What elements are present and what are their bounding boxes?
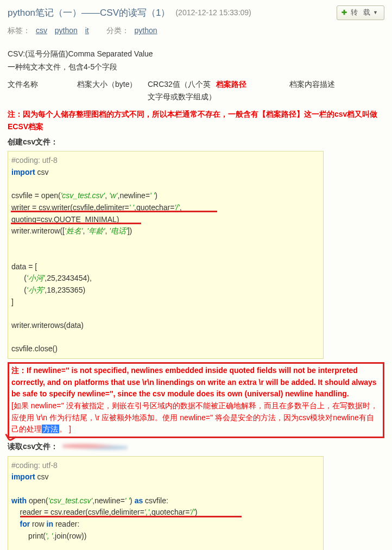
- code-block-read: #coding: utf-8 import csv with open('csv…: [8, 456, 324, 550]
- red-underline-icon: [20, 516, 242, 517]
- plus-icon: ✚: [342, 8, 349, 18]
- field-columns: 文件名称 档案大小（byte） CRC32值（八个英文字母或数字组成） 档案路径…: [8, 78, 384, 103]
- tag-python[interactable]: python: [55, 26, 78, 35]
- category-label: 分类：: [106, 26, 129, 35]
- code-line: #coding: utf-8: [11, 155, 320, 167]
- code-line: with open('csv_test.csv',newline=' ') as…: [11, 495, 320, 507]
- code-line: writer.writerow(['姓名', '年龄', '电话']): [11, 225, 320, 237]
- red-underline-icon: [11, 223, 141, 224]
- intro-line-2: 一种纯文本文件，包含4-5个字段: [8, 61, 384, 73]
- code-line: print(', '.join(row)): [11, 530, 320, 542]
- col-filename: 文件名称: [8, 78, 77, 103]
- code-line: data = [: [11, 261, 320, 273]
- category-link[interactable]: python: [135, 26, 157, 35]
- intro-line-1: CSV:(逗号分隔值)Comma Separated Value: [8, 48, 384, 60]
- post-date: (2012-12-12 15:33:09): [175, 7, 337, 18]
- code-line: ]: [11, 296, 320, 308]
- col-crc32: CRC32值（八个英文字母或数字组成）: [148, 78, 216, 103]
- redaction-smudge-icon: [62, 443, 128, 451]
- newline-note: 注：If newline='' is not specified, newlin…: [8, 362, 384, 438]
- repost-label: 转 载: [351, 7, 372, 18]
- tag-csv[interactable]: csv: [36, 26, 47, 35]
- code-line: #coding: utf-8: [11, 460, 320, 472]
- col-path: 档案路径: [216, 78, 289, 103]
- code-line: import csv: [11, 167, 320, 179]
- red-underline-icon: [11, 211, 217, 212]
- code-line: ('小河',25,2343454),: [11, 273, 320, 285]
- code-line: ('小芳',18,235365): [11, 285, 320, 296]
- section-create: 创建csv文件：: [8, 136, 384, 148]
- code-line: csvfile = open('csv_test.csv', 'w',newli…: [11, 190, 320, 202]
- section-read: 读取csv文件：: [8, 440, 384, 452]
- repost-button[interactable]: ✚ 转 载 ▼: [337, 5, 384, 20]
- code-line: for row in reader:: [11, 519, 320, 530]
- dropdown-arrow-icon: ▼: [373, 9, 380, 16]
- tags-label: 标签：: [8, 26, 30, 35]
- code-line: import csv: [11, 471, 320, 483]
- code-line: csvfile.close(): [11, 343, 320, 355]
- code-line: writer.writerows(data): [11, 320, 320, 332]
- note-english: 注：If newline='' is not specified, newlin…: [11, 366, 377, 398]
- tag-it[interactable]: it: [85, 26, 89, 35]
- code-block-create: #coding: utf-8 import csv csvfile = open…: [8, 151, 324, 359]
- col-filesize: 档案大小（byte）: [77, 78, 148, 103]
- note-chinese: [如果 newline='' 没有被指定，则嵌在引号区域内的数据不能被正确地解释…: [11, 401, 378, 433]
- warning-note: 注：因为每个人储存整理图档的方式不同，所以本栏通常不存在，一般含有【档案路径】这…: [8, 108, 384, 132]
- meta-row: 标签： csv python it 分类： python: [8, 24, 384, 36]
- highlighted-word: 方法: [42, 425, 59, 433]
- col-desc: 档案内容描述: [289, 78, 335, 103]
- page-title: python笔记（一）——CSV的读写（1）: [8, 5, 170, 20]
